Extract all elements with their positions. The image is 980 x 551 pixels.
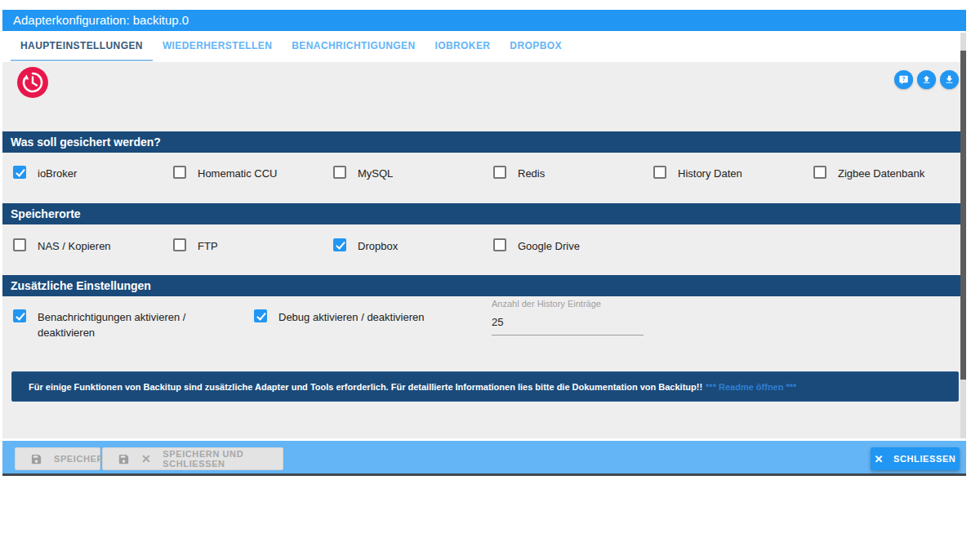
checkbox-icon[interactable] xyxy=(173,238,186,251)
scrollbar-thumb[interactable] xyxy=(960,51,966,380)
checkbox-icon[interactable] xyxy=(333,238,346,251)
checkbox-homematic-ccu[interactable]: Homematic CCU xyxy=(173,166,278,181)
checkbox-redis[interactable]: Redis xyxy=(493,166,545,181)
history-entries-field[interactable]: Anzahl der History Einträge 25 xyxy=(492,299,644,335)
download-icon[interactable] xyxy=(940,70,959,89)
checkbox-label: Dropbox xyxy=(358,238,398,254)
checkbox-label: ioBroker xyxy=(38,166,77,181)
section-header-extra: Zusätzliche Einstellungen xyxy=(2,275,966,296)
save-button[interactable]: SPEICHERN xyxy=(15,447,100,470)
history-entries-value[interactable]: 25 xyxy=(492,316,644,328)
help-icon[interactable]: ? xyxy=(894,70,913,89)
checkbox-icon[interactable] xyxy=(13,166,26,179)
info-banner: Für einige Funktionen von Backitup sind … xyxy=(11,371,959,402)
checkbox-icon[interactable] xyxy=(173,166,186,179)
save-and-close-button-label: SPEICHERN UND SCHLIESSEN xyxy=(163,449,283,469)
checkbox-benachrichtigungen[interactable]: Benachrichtigungen aktivieren / deaktivi… xyxy=(13,309,229,340)
checkbox-history-daten[interactable]: History Daten xyxy=(653,166,742,181)
adapter-config-window: Adapterkonfiguration: backitup.0 HAUPTEI… xyxy=(0,0,980,551)
close-button-label: SCHLIESSEN xyxy=(893,454,956,464)
checkbox-debug[interactable]: Debug aktivieren / deaktivieren xyxy=(254,309,425,325)
readme-link[interactable]: *** Readme öffnen *** xyxy=(706,382,796,392)
checkbox-icon[interactable] xyxy=(13,309,26,322)
checkbox-zigbee-datenbank[interactable]: Zigbee Datenbank xyxy=(813,166,924,181)
tab-dropbox[interactable]: DROPBOX xyxy=(500,32,571,61)
checkbox-icon[interactable] xyxy=(13,238,26,251)
checkbox-label: Google Drive xyxy=(518,238,580,254)
tab-benachrichtigungen[interactable]: BENACHRICHTIGUNGEN xyxy=(282,32,425,61)
scrollbar-track[interactable] xyxy=(960,33,966,438)
checkbox-icon[interactable] xyxy=(813,166,826,179)
section-header-backup: Was soll gesichert werden? xyxy=(2,131,966,153)
close-x-icon: ✕ xyxy=(875,453,884,465)
tab-haupteinstellungen[interactable]: HAUPTEINSTELLUNGEN xyxy=(11,32,153,61)
close-button[interactable]: ✕ SCHLIESSEN xyxy=(871,447,960,470)
checkbox-mysql[interactable]: MySQL xyxy=(333,166,393,181)
checkbox-label: FTP xyxy=(198,238,218,254)
checkbox-label: History Daten xyxy=(678,166,742,181)
checkbox-icon[interactable] xyxy=(254,309,267,322)
save-and-close-button[interactable]: ✕ SPEICHERN UND SCHLIESSEN xyxy=(102,447,283,470)
upload-icon[interactable] xyxy=(917,70,936,89)
backitup-clock-logo xyxy=(16,66,49,99)
info-text: Für einige Funktionen von Backitup sind … xyxy=(29,382,702,392)
footer-bar: SPEICHERN ✕ SPEICHERN UND SCHLIESSEN ✕ S… xyxy=(2,441,966,476)
checkbox-label: NAS / Kopieren xyxy=(38,238,111,254)
save-floppy-icon xyxy=(30,453,42,465)
window-title: Adapterkonfiguration: backitup.0 xyxy=(2,10,966,31)
checkbox-dropbox[interactable]: Dropbox xyxy=(333,238,398,254)
checkbox-google-drive[interactable]: Google Drive xyxy=(493,238,580,254)
checkbox-label: Redis xyxy=(518,166,545,181)
checkbox-nas-kopieren[interactable]: NAS / Kopieren xyxy=(13,238,111,254)
section-header-storage: Speicherorte xyxy=(2,203,966,224)
checkbox-label: Debug aktivieren / deaktivieren xyxy=(278,309,425,325)
checkbox-icon[interactable] xyxy=(493,166,506,179)
main-content: ? Was soll gesichert werden? ioBroker Ho… xyxy=(2,62,966,438)
checkbox-icon[interactable] xyxy=(493,238,506,251)
checkbox-ftp[interactable]: FTP xyxy=(173,238,218,254)
checkbox-label: Homematic CCU xyxy=(198,166,278,181)
tab-bar: HAUPTEINSTELLUNGEN WIEDERHERSTELLEN BENA… xyxy=(2,31,966,62)
checkbox-icon[interactable] xyxy=(653,166,666,179)
tab-iobroker[interactable]: IOBROKER xyxy=(425,32,500,61)
checkbox-label: MySQL xyxy=(358,166,393,181)
checkbox-label: Benachrichtigungen aktivieren / deaktivi… xyxy=(38,309,217,340)
checkbox-iobroker[interactable]: ioBroker xyxy=(13,166,77,181)
checkbox-label: Zigbee Datenbank xyxy=(838,166,924,181)
close-x-icon: ✕ xyxy=(141,452,151,465)
input-underline xyxy=(492,335,644,335)
svg-text:?: ? xyxy=(902,76,905,82)
checkbox-icon[interactable] xyxy=(333,166,346,179)
history-entries-label: Anzahl der History Einträge xyxy=(492,299,644,309)
save-floppy-icon xyxy=(118,453,130,465)
tab-wiederherstellen[interactable]: WIEDERHERSTELLEN xyxy=(153,32,282,61)
